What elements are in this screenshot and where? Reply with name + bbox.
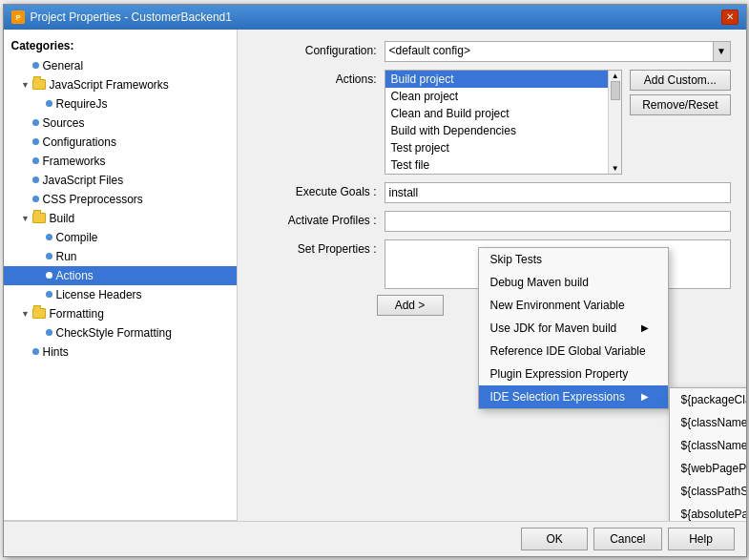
menu-item-package-classname[interactable]: ${packageClassName} xyxy=(670,388,746,411)
config-dropdown[interactable]: <default config> ▼ xyxy=(385,41,731,62)
actions-row: Actions: Build project Clean project Cle… xyxy=(253,70,731,175)
close-button[interactable]: ✕ xyxy=(721,10,739,25)
activate-profiles-input[interactable] xyxy=(385,211,731,232)
folder-icon xyxy=(32,79,46,90)
expand-icon xyxy=(32,231,46,244)
sidebar-item-css-preprocessors[interactable]: CSS Preprocessors xyxy=(4,190,237,209)
expand-icon xyxy=(19,59,32,73)
actions-list-wrapper: Build project Clean project Clean and Bu… xyxy=(385,70,623,175)
sidebar-label-formatting: Formatting xyxy=(50,307,104,321)
menu-item-plugin-expr[interactable]: Plugin Expression Property xyxy=(479,363,668,385)
menu-item-ide-selection[interactable]: IDE Selection Expressions ▶ xyxy=(479,385,668,408)
menu-item-classname[interactable]: ${className} xyxy=(670,411,746,434)
folder-icon xyxy=(32,308,46,319)
menu-label-new-env-var: New Environment Variable xyxy=(490,299,625,312)
action-item-build-deps[interactable]: Build with Dependencies xyxy=(385,122,609,139)
expand-icon xyxy=(19,116,32,130)
menu-label-absolute-path: ${absolutePathName} xyxy=(681,508,746,521)
menu-item-absolute-path[interactable]: ${absolutePathName} xyxy=(670,503,746,521)
set-properties-label: Set Properties : xyxy=(253,239,377,256)
menu-label-ref-global: Reference IDE Global Variable xyxy=(490,344,646,358)
configuration-control: <default config> ▼ xyxy=(385,41,731,62)
execute-goals-input[interactable] xyxy=(385,182,731,203)
sidebar-label-checkstyle: CheckStyle Formatting xyxy=(56,326,172,340)
sidebar-item-hints[interactable]: Hints xyxy=(4,342,237,362)
sidebar-label-actions: Actions xyxy=(56,269,94,282)
sidebar-item-sources[interactable]: Sources xyxy=(4,114,237,133)
submenu-arrow-icon: ▶ xyxy=(641,322,649,333)
action-item-build[interactable]: Build project xyxy=(385,71,609,88)
context-submenu-ide-expressions: ${packageClassName} ${className} ${class… xyxy=(669,387,746,521)
config-value: <default config> xyxy=(385,42,713,61)
expand-icon xyxy=(32,288,46,301)
sidebar-item-js-frameworks[interactable]: ▼ JavaScript Frameworks xyxy=(4,75,237,94)
menu-item-ref-global[interactable]: Reference IDE Global Variable xyxy=(479,340,668,363)
sidebar-item-formatting[interactable]: ▼ Formatting xyxy=(4,304,237,323)
remove-reset-button[interactable]: Remove/Reset xyxy=(630,94,730,115)
sidebar-item-actions[interactable]: Actions xyxy=(4,266,237,285)
leaf-icon xyxy=(32,348,39,355)
ok-button[interactable]: OK xyxy=(521,528,588,550)
menu-item-webpage-path[interactable]: ${webPagePath} xyxy=(670,457,746,480)
menu-label-ide-selection: IDE Selection Expressions xyxy=(490,390,625,404)
sidebar-label-configurations: Configurations xyxy=(43,135,116,149)
sidebar-label-license-headers: License Headers xyxy=(56,288,142,301)
sidebar-item-run[interactable]: Run xyxy=(4,247,237,266)
action-item-test-project[interactable]: Test project xyxy=(385,139,609,156)
leaf-icon xyxy=(32,119,39,126)
expand-icon: ▼ xyxy=(19,212,32,225)
sidebar-item-general[interactable]: General xyxy=(4,56,237,75)
expand-icon xyxy=(19,174,32,187)
sidebar-item-configurations[interactable]: Configurations xyxy=(4,133,237,152)
leaf-icon xyxy=(46,272,52,279)
menu-label-webpage-path: ${webPagePath} xyxy=(681,462,746,475)
activate-profiles-control xyxy=(385,211,731,232)
sidebar-item-license-headers[interactable]: License Headers xyxy=(4,285,237,304)
add-button[interactable]: Add > xyxy=(377,295,444,316)
dropdown-arrow-icon[interactable]: ▼ xyxy=(713,42,730,61)
sidebar-label-sources: Sources xyxy=(43,116,85,130)
sidebar-item-requirejs[interactable]: RequireJs xyxy=(4,94,237,114)
menu-label-plugin-expr: Plugin Expression Property xyxy=(490,367,629,381)
sidebar-item-js-files[interactable]: JavaScript Files xyxy=(4,171,237,190)
cancel-button[interactable]: Cancel xyxy=(593,528,661,550)
sidebar-label-frameworks: Frameworks xyxy=(43,155,106,168)
menu-label-debug-maven: Debug Maven build xyxy=(490,276,589,289)
dialog-icon: P xyxy=(11,10,25,24)
sidebar-label-css-preprocessors: CSS Preprocessors xyxy=(43,193,143,206)
menu-item-new-env-var[interactable]: New Environment Variable xyxy=(479,294,668,317)
actions-label: Actions: xyxy=(253,70,377,86)
menu-item-use-jdk[interactable]: Use JDK for Maven build ▶ xyxy=(479,317,668,340)
action-item-clean[interactable]: Clean project xyxy=(385,88,609,105)
menu-item-classname-with-ext[interactable]: ${classNameWithExtension} xyxy=(670,434,746,457)
sidebar-item-build[interactable]: ▼ Build xyxy=(4,209,237,228)
menu-label-skip-tests: Skip Tests xyxy=(490,253,542,266)
sidebar-label-general: General xyxy=(43,59,84,73)
action-item-clean-build[interactable]: Clean and Build project xyxy=(385,105,609,122)
execute-goals-row: Execute Goals : xyxy=(253,182,731,203)
leaf-icon xyxy=(46,234,52,240)
actions-buttons: Add Custom... Remove/Reset xyxy=(630,70,730,175)
leaf-icon xyxy=(32,62,39,69)
menu-item-debug-maven[interactable]: Debug Maven build xyxy=(479,271,668,294)
menu-label-classname: ${className} xyxy=(681,416,746,429)
sidebar-label-js-files: JavaScript Files xyxy=(43,174,124,187)
sidebar-label-build: Build xyxy=(50,212,75,225)
sidebar-item-compile[interactable]: Compile xyxy=(4,228,237,247)
menu-item-skip-tests[interactable]: Skip Tests xyxy=(479,248,668,271)
sidebar-label-hints: Hints xyxy=(43,345,69,359)
leaf-icon xyxy=(32,138,39,145)
leaf-icon xyxy=(46,329,52,336)
add-custom-button[interactable]: Add Custom... xyxy=(630,70,730,91)
help-button[interactable]: Help xyxy=(668,528,735,550)
sidebar-item-checkstyle[interactable]: CheckStyle Formatting xyxy=(4,323,237,342)
action-item-test-file[interactable]: Test file xyxy=(385,156,609,174)
expand-icon xyxy=(19,155,32,168)
menu-item-classpath-scope[interactable]: ${classPathScope} xyxy=(670,480,746,503)
expand-icon xyxy=(32,250,46,263)
folder-icon xyxy=(32,213,46,223)
configuration-row: Configuration: <default config> ▼ xyxy=(253,41,731,62)
context-menu-add: Skip Tests Debug Maven build New Environ… xyxy=(478,247,669,409)
scrollbar[interactable]: ▲ ▼ xyxy=(608,71,621,174)
sidebar-item-frameworks[interactable]: Frameworks xyxy=(4,152,237,171)
